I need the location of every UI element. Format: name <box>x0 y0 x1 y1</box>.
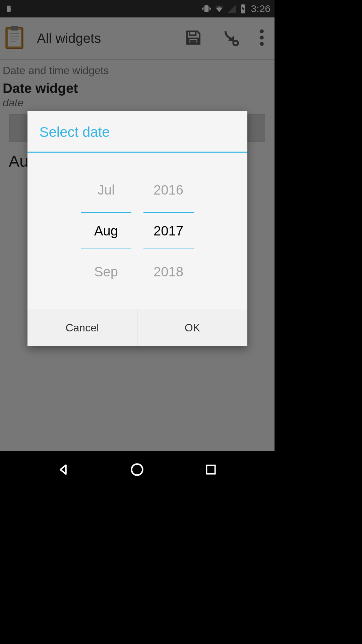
month-selected[interactable]: Aug <box>81 212 131 249</box>
ok-button[interactable]: OK <box>137 309 247 346</box>
year-next[interactable]: 2018 <box>143 259 194 285</box>
picker-area: Jul Aug Sep 2016 2017 2018 <box>27 153 247 309</box>
month-picker[interactable]: Jul Aug Sep <box>81 177 131 285</box>
dialog-buttons: Cancel OK <box>27 309 247 346</box>
year-prev[interactable]: 2016 <box>143 177 194 203</box>
nav-bar <box>0 451 275 488</box>
year-picker[interactable]: 2016 2017 2018 <box>143 177 194 285</box>
date-picker-dialog: Select date Jul Aug Sep 2016 2017 2018 C… <box>27 111 247 346</box>
home-button[interactable] <box>128 460 146 479</box>
year-selected[interactable]: 2017 <box>143 212 194 249</box>
month-prev[interactable]: Jul <box>81 177 131 203</box>
modal-overlay: Select date Jul Aug Sep 2016 2017 2018 C… <box>0 0 275 451</box>
recent-button[interactable] <box>201 460 220 479</box>
back-button[interactable] <box>54 460 73 479</box>
svg-rect-23 <box>206 465 215 474</box>
month-next[interactable]: Sep <box>81 259 131 285</box>
svg-point-22 <box>132 464 143 475</box>
cancel-button[interactable]: Cancel <box>27 309 138 346</box>
dialog-title: Select date <box>27 111 247 153</box>
